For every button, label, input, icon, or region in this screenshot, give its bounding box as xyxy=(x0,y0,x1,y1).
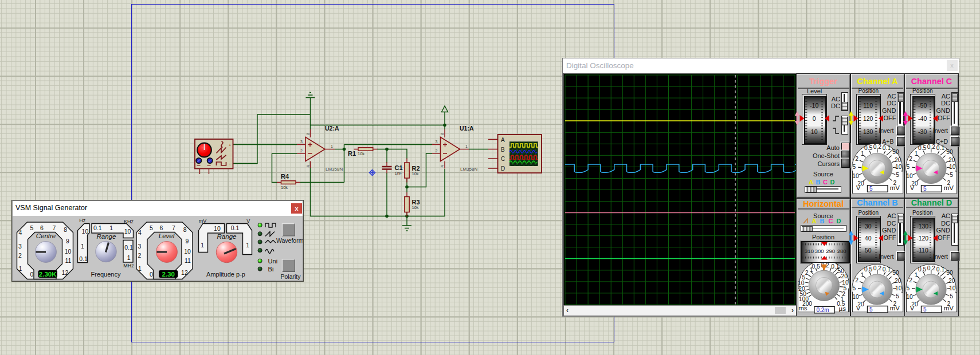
svg-text:2: 2 xyxy=(138,252,142,259)
svg-text:2: 2 xyxy=(909,277,912,283)
svg-text:10: 10 xyxy=(214,225,221,232)
svg-text:0.2m: 0.2m xyxy=(816,306,829,313)
svg-text:50: 50 xyxy=(946,148,953,155)
svg-text:5: 5 xyxy=(907,164,910,170)
svg-text:3: 3 xyxy=(436,140,438,144)
svg-text:0.1: 0.1 xyxy=(93,224,102,231)
svg-text:0.1: 0.1 xyxy=(936,145,945,151)
svg-text:2: 2 xyxy=(436,149,438,153)
svg-text:1: 1 xyxy=(81,243,84,250)
svg-text:5: 5 xyxy=(869,186,873,192)
svg-text:10: 10 xyxy=(949,285,956,291)
svg-text:mV: mV xyxy=(889,184,900,191)
svg-text:Amplitude p-p: Amplitude p-p xyxy=(206,271,245,278)
svg-text:ms: ms xyxy=(798,305,807,311)
svg-text:10: 10 xyxy=(184,248,191,255)
svg-text:7: 7 xyxy=(53,224,56,231)
svg-text:R1: R1 xyxy=(348,150,356,157)
svg-text:0.2: 0.2 xyxy=(927,144,936,150)
svg-text:9: 9 xyxy=(185,238,189,244)
svg-text:5: 5 xyxy=(869,306,873,313)
svg-text:0.2: 0.2 xyxy=(873,265,881,271)
svg-text:10: 10 xyxy=(949,164,956,170)
svg-text:2.30K: 2.30K xyxy=(39,271,57,278)
svg-text:1: 1 xyxy=(465,144,468,148)
svg-text:LM358N: LM358N xyxy=(460,167,477,172)
svg-text:Centre: Centre xyxy=(36,232,56,239)
svg-text:0: 0 xyxy=(150,271,153,278)
svg-text:310: 310 xyxy=(805,248,814,254)
svg-text:1: 1 xyxy=(138,265,142,272)
svg-text:Polarity: Polarity xyxy=(280,273,301,280)
svg-text:5: 5 xyxy=(923,186,927,192)
svg-text:6: 6 xyxy=(160,224,163,231)
svg-text:20: 20 xyxy=(894,278,901,284)
svg-text:0.5: 0.5 xyxy=(864,145,873,151)
svg-text:2.30: 2.30 xyxy=(162,271,175,278)
svg-text:3: 3 xyxy=(138,243,142,250)
svg-text:12: 12 xyxy=(181,269,188,276)
svg-text:0.1: 0.1 xyxy=(124,244,133,251)
svg-text:4: 4 xyxy=(19,229,22,236)
svg-text:5: 5 xyxy=(30,224,33,231)
svg-text:5: 5 xyxy=(852,164,856,170)
svg-text:9: 9 xyxy=(66,238,69,244)
svg-text:A: A xyxy=(501,137,505,143)
svg-text:10k: 10k xyxy=(412,171,419,176)
svg-text:10: 10 xyxy=(895,164,901,170)
svg-text:V: V xyxy=(856,305,860,311)
svg-text:3: 3 xyxy=(300,140,303,144)
svg-text:10: 10 xyxy=(906,172,913,179)
svg-text:1: 1 xyxy=(127,254,131,261)
svg-text:0.5: 0.5 xyxy=(812,263,821,270)
svg-text:0.2: 0.2 xyxy=(927,265,936,271)
svg-text:4: 4 xyxy=(440,165,444,168)
svg-text:5: 5 xyxy=(852,285,856,291)
svg-text:U2:A: U2:A xyxy=(325,125,339,132)
svg-text:5: 5 xyxy=(896,293,899,299)
svg-text:1: 1 xyxy=(915,271,918,278)
svg-text:20: 20 xyxy=(948,278,955,284)
svg-text:1: 1 xyxy=(860,151,864,157)
svg-text:Hz: Hz xyxy=(79,218,85,223)
svg-text:0.1: 0.1 xyxy=(882,266,891,272)
svg-text:Bi: Bi xyxy=(268,266,274,273)
svg-text:5: 5 xyxy=(950,172,953,178)
svg-text:10: 10 xyxy=(810,128,817,135)
svg-text:5: 5 xyxy=(907,285,910,291)
svg-text:-: - xyxy=(229,161,231,166)
svg-text:5: 5 xyxy=(923,306,927,313)
svg-text:1nF: 1nF xyxy=(395,171,402,176)
svg-text:8: 8 xyxy=(440,133,444,135)
svg-text:V: V xyxy=(910,184,915,191)
svg-text:+: + xyxy=(229,143,231,147)
svg-text:1: 1 xyxy=(810,266,813,273)
svg-text:1: 1 xyxy=(331,144,333,148)
svg-text:10k: 10k xyxy=(412,205,419,210)
svg-text:2: 2 xyxy=(18,252,22,259)
svg-text:50: 50 xyxy=(946,270,953,276)
svg-text:10k: 10k xyxy=(281,185,288,190)
svg-text:mV: mV xyxy=(889,305,900,311)
svg-text:11: 11 xyxy=(65,257,72,264)
svg-text:µs: µs xyxy=(839,305,846,311)
svg-text:2: 2 xyxy=(805,270,809,276)
svg-text:2: 2 xyxy=(855,156,859,162)
svg-text:mV: mV xyxy=(944,305,954,311)
svg-text:KHz: KHz xyxy=(124,219,134,224)
svg-text:V: V xyxy=(910,305,915,311)
svg-text:mV: mV xyxy=(199,218,207,224)
svg-text:V: V xyxy=(246,218,250,224)
svg-text:10: 10 xyxy=(798,279,805,286)
svg-text:290: 290 xyxy=(826,248,835,254)
svg-text:0: 0 xyxy=(30,271,33,278)
svg-text:R4: R4 xyxy=(281,173,289,180)
svg-text:Level: Level xyxy=(159,232,175,239)
svg-text:4: 4 xyxy=(306,165,310,168)
svg-text:8: 8 xyxy=(64,226,67,233)
svg-text:2: 2 xyxy=(300,149,303,153)
svg-text:1: 1 xyxy=(915,151,918,157)
svg-text:Range: Range xyxy=(96,233,116,240)
svg-text:5: 5 xyxy=(150,224,153,231)
svg-text:5: 5 xyxy=(950,293,953,299)
